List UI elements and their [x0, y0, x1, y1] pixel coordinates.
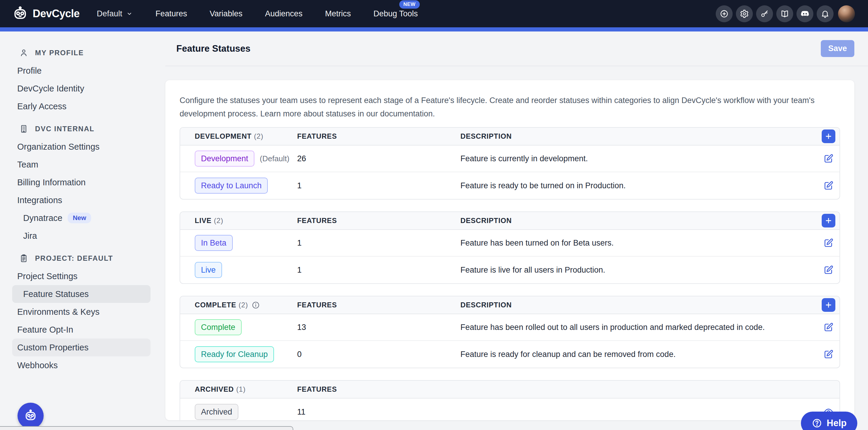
- sidebar-item-billing-information[interactable]: Billing Information: [12, 174, 151, 191]
- edit-status-button[interactable]: [822, 263, 835, 277]
- sidebar-item-organization-settings[interactable]: Organization Settings: [12, 138, 151, 156]
- status-row-ready-for-cleanup: Ready for Cleanup0Feature is ready for c…: [180, 341, 839, 368]
- category-label: DEVELOPMENT: [195, 132, 251, 141]
- nav-item-label: Metrics: [325, 9, 351, 18]
- intro-text: Configure the statuses your team uses to…: [180, 94, 840, 121]
- devcycle-logo[interactable]: DevCycle: [12, 5, 80, 22]
- horizontal-scrollbar[interactable]: [0, 426, 293, 430]
- nav-item-variables[interactable]: Variables: [210, 9, 243, 19]
- nav-item-label: Audiences: [265, 9, 303, 18]
- status-badge: Ready to Launch: [195, 178, 268, 194]
- nav-item-metrics[interactable]: Metrics: [325, 9, 351, 19]
- sidebar-item-early-access[interactable]: Early Access: [12, 97, 151, 115]
- status-cell: Ready to Launch: [195, 178, 297, 194]
- category-header: LIVE(2): [195, 216, 297, 225]
- category-header: DEVELOPMENT(2): [195, 132, 297, 141]
- row-actions: [802, 263, 835, 277]
- description-column-header: DESCRIPTION: [460, 216, 802, 225]
- sidebar-item-label: Environments & Keys: [17, 307, 99, 317]
- question-icon: [812, 418, 822, 429]
- edit-status-button[interactable]: [822, 236, 835, 250]
- plus-circle-button[interactable]: [716, 5, 733, 22]
- bell-button[interactable]: [817, 5, 834, 22]
- features-count: 26: [297, 154, 460, 163]
- add-status-button[interactable]: [822, 129, 835, 143]
- user-avatar[interactable]: [838, 5, 855, 22]
- category-header: ARCHIVED(1): [195, 385, 297, 394]
- sidebar-item-feature-opt-in[interactable]: Feature Opt-In: [12, 321, 151, 339]
- add-status-button[interactable]: [822, 298, 835, 312]
- key-icon: [760, 9, 769, 19]
- status-badge: Archived: [195, 404, 238, 420]
- edit-status-button[interactable]: [822, 320, 835, 334]
- sidebar-item-label: Profile: [17, 66, 41, 76]
- default-suffix: (Default): [260, 154, 289, 163]
- discord-button[interactable]: [797, 5, 813, 22]
- status-description: Feature has been turned on for Beta user…: [460, 239, 802, 248]
- sidebar-item-jira[interactable]: Jira: [12, 227, 151, 245]
- sidebar-item-environments-keys[interactable]: Environments & Keys: [12, 303, 151, 321]
- nav-item-debug-tools[interactable]: Debug ToolsNEW: [373, 9, 418, 19]
- sidebar-section-header: PROJECT: DEFAULT: [0, 249, 162, 267]
- status-cell: Complete: [195, 319, 297, 335]
- help-button[interactable]: Help: [801, 411, 857, 430]
- sidebar-item-label: DevCycle Identity: [17, 84, 84, 94]
- sidebar-section-header: DVC INTERNAL: [0, 120, 162, 138]
- edit-status-button[interactable]: [822, 179, 835, 192]
- features-column-header: FEATURES: [297, 132, 460, 141]
- chevron-down-icon: [126, 10, 133, 17]
- sidebar-item-label: Feature Statuses: [23, 289, 89, 299]
- add-status-button[interactable]: [822, 214, 835, 227]
- settings-sidebar: MY PROFILEProfileDevCycle IdentityEarly …: [0, 31, 162, 430]
- sidebar-item-label: Billing Information: [17, 178, 86, 187]
- sidebar-item-dynatrace[interactable]: DynatraceNew: [12, 209, 151, 227]
- nav-item-features[interactable]: Features: [156, 9, 187, 19]
- feature-statuses-card: Configure the statuses your team uses to…: [165, 80, 854, 420]
- sidebar-item-webhooks[interactable]: Webhooks: [12, 356, 151, 374]
- row-actions: [802, 347, 835, 361]
- status-row-ready-to-launch: Ready to Launch1Feature is ready to be t…: [180, 172, 839, 199]
- header-actions: [802, 129, 835, 143]
- edit-status-button[interactable]: [822, 152, 835, 165]
- nav-item-audiences[interactable]: Audiences: [265, 9, 303, 19]
- description-column-header: DESCRIPTION: [460, 301, 802, 309]
- table-header-row: LIVE(2)FEATURESDESCRIPTION: [180, 212, 839, 230]
- book-button[interactable]: [776, 5, 793, 22]
- category-count: (1): [236, 385, 246, 394]
- status-description: Feature is currently in development.: [460, 154, 802, 163]
- save-button[interactable]: Save: [821, 40, 854, 57]
- row-actions: [802, 152, 835, 165]
- edit-status-button[interactable]: [822, 347, 835, 361]
- sidebar-item-custom-properties[interactable]: Custom Properties: [12, 339, 151, 356]
- category-label: LIVE: [195, 216, 212, 225]
- gear-button[interactable]: [736, 5, 753, 22]
- table-header-row: DEVELOPMENT(2)FEATURESDESCRIPTION: [180, 128, 839, 146]
- devcycle-bot-launcher-button[interactable]: [18, 403, 44, 429]
- features-column-header: FEATURES: [297, 385, 460, 394]
- org-dropdown[interactable]: Default: [97, 9, 133, 19]
- sidebar-section-my-profile: MY PROFILEProfileDevCycle IdentityEarly …: [0, 44, 162, 115]
- category-label: COMPLETE: [195, 301, 236, 309]
- brand-name: DevCycle: [33, 7, 80, 20]
- gear-icon: [740, 9, 749, 19]
- sidebar-item-devcycle-identity[interactable]: DevCycle Identity: [12, 80, 151, 97]
- info-icon[interactable]: [251, 301, 260, 309]
- sidebar-item-profile[interactable]: Profile: [12, 62, 151, 80]
- sidebar-item-project-settings[interactable]: Project Settings: [12, 267, 151, 285]
- status-table-development: DEVELOPMENT(2)FEATURESDESCRIPTIONDevelop…: [180, 127, 840, 199]
- row-actions: [802, 179, 835, 192]
- header-actions: [802, 298, 835, 312]
- category-label: ARCHIVED: [195, 385, 234, 394]
- status-badge: In Beta: [195, 235, 233, 251]
- plus-circle-icon: [720, 9, 729, 19]
- sidebar-item-integrations[interactable]: Integrations: [12, 191, 151, 209]
- sidebar-item-team[interactable]: Team: [12, 156, 151, 174]
- key-button[interactable]: [756, 5, 773, 22]
- navbar-items: FeaturesVariablesAudiencesMetricsDebug T…: [156, 9, 418, 19]
- bell-icon: [820, 9, 830, 19]
- sidebar-item-feature-statuses[interactable]: Feature Statuses: [12, 285, 151, 303]
- sidebar-item-label: Custom Properties: [17, 343, 89, 352]
- sidebar-item-label: Project Settings: [17, 271, 78, 281]
- status-description: Feature is live for all users in Product…: [460, 266, 802, 275]
- nav-item-label: Variables: [210, 9, 243, 18]
